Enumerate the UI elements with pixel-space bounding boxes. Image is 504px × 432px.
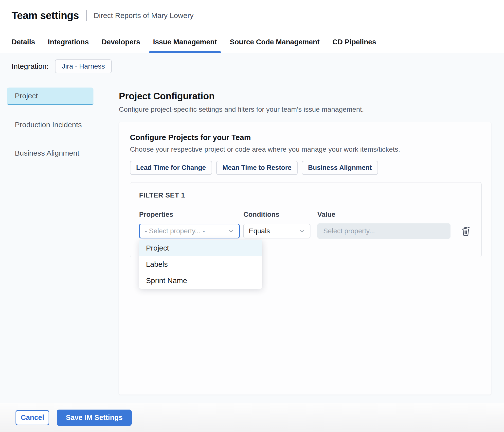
page-header: Team settings Direct Reports of Mary Low… (0, 0, 504, 31)
integration-bar: Integration: Jira - Harness (0, 53, 504, 80)
filter-column-headers: Properties Conditions Value (139, 211, 472, 218)
property-select-placeholder: - Select property... - (145, 227, 205, 235)
dropdown-option-sprint-name[interactable]: Sprint Name (139, 272, 262, 289)
chevron-down-icon (299, 228, 306, 234)
column-header-value: Value (317, 211, 472, 218)
page-subtitle: Direct Reports of Mary Lowery (94, 11, 194, 20)
dropdown-option-project[interactable]: Project (139, 240, 262, 256)
property-dropdown-menu: Project Labels Sprint Name (139, 240, 262, 289)
footer-action-bar: Cancel Save IM Settings (0, 403, 504, 432)
card-title: Configure Projects for your Team (130, 133, 480, 142)
tab-cd-pipelines[interactable]: CD Pipelines (332, 31, 376, 53)
cancel-button[interactable]: Cancel (16, 410, 49, 425)
chip-lead-time-for-change[interactable]: Lead Time for Change (130, 161, 212, 175)
dropdown-option-labels[interactable]: Labels (139, 256, 262, 272)
card-subtitle: Choose your respective project or code a… (130, 145, 480, 153)
value-input[interactable] (317, 223, 450, 239)
property-select[interactable]: - Select property... - Project Labels Sp… (139, 224, 240, 238)
filter-set-title: FILTER SET 1 (139, 191, 472, 199)
condition-select[interactable]: Equals (243, 224, 310, 238)
integration-chip[interactable]: Jira - Harness (55, 59, 112, 73)
chip-business-alignment[interactable]: Business Alignment (302, 161, 378, 175)
sidebar-item-project[interactable]: Project (7, 88, 93, 105)
main-panel: Project Configuration Configure project-… (110, 80, 504, 403)
delete-filter-button[interactable] (460, 225, 471, 237)
tab-source-code-management[interactable]: Source Code Management (230, 31, 320, 53)
section-description: Configure project-specific settings and … (119, 106, 504, 113)
condition-select-value: Equals (249, 227, 270, 235)
filter-set-1: FILTER SET 1 Properties Conditions Value… (130, 182, 482, 257)
sidebar-item-production-incidents[interactable]: Production Incidents (7, 116, 93, 133)
tab-issue-management[interactable]: Issue Management (153, 31, 217, 53)
metric-chip-row: Lead Time for Change Mean Time to Restor… (130, 161, 480, 175)
column-header-conditions: Conditions (243, 211, 317, 218)
tab-integrations[interactable]: Integrations (48, 31, 89, 53)
title-divider (86, 10, 87, 21)
tab-details[interactable]: Details (12, 31, 35, 53)
filter-row: - Select property... - Project Labels Sp… (139, 223, 472, 239)
sidebar-item-business-alignment[interactable]: Business Alignment (7, 144, 93, 162)
section-heading: Project Configuration (119, 91, 504, 102)
column-header-properties: Properties (139, 211, 243, 218)
chevron-down-icon (228, 228, 234, 234)
content-area: Project Production Incidents Business Al… (0, 80, 504, 403)
configure-projects-card: Configure Projects for your Team Choose … (119, 122, 491, 395)
trash-icon (460, 225, 471, 237)
chip-mean-time-to-restore[interactable]: Mean Time to Restore (216, 161, 298, 175)
tab-developers[interactable]: Developers (102, 31, 140, 53)
sidebar: Project Production Incidents Business Al… (0, 80, 110, 403)
page-title: Team settings (12, 10, 79, 21)
tab-bar: Details Integrations Developers Issue Ma… (0, 31, 504, 53)
save-im-settings-button[interactable]: Save IM Settings (57, 410, 132, 426)
team-settings-page: Team settings Direct Reports of Mary Low… (0, 0, 504, 432)
integration-label: Integration: (12, 62, 49, 71)
